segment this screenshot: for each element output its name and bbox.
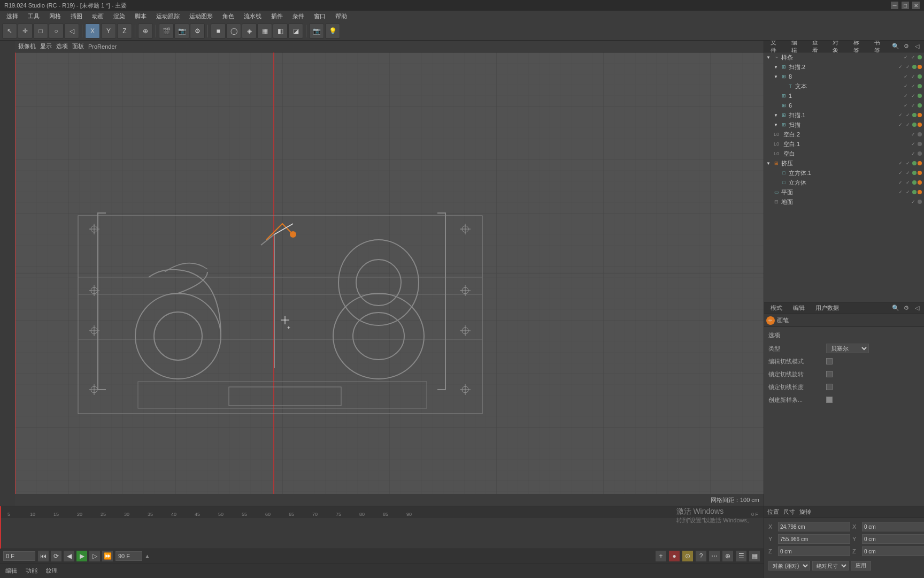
menu-mograph[interactable]: 运动图形 [185, 11, 217, 21]
obj-settings-icon[interactable]: ⚙ [902, 42, 911, 51]
menu-misc[interactable]: 杂件 [288, 11, 309, 21]
coord-sx-input[interactable] [862, 522, 924, 531]
attr-type-select[interactable]: 贝塞尔 线性 样条 [826, 344, 869, 353]
menu-tools[interactable]: 工具 [24, 11, 44, 21]
motion-settings-btn[interactable]: ⊕ [722, 550, 734, 562]
hidden-btn[interactable]: ◪ [288, 24, 303, 39]
coord-y-input[interactable] [778, 534, 850, 544]
step-back-btn[interactable]: ◀ [63, 550, 75, 562]
rotate-tool[interactable]: ○ [49, 24, 64, 39]
obj-cube[interactable]: □ 立方体 ✓ ✓ [764, 178, 924, 187]
y-axis-btn[interactable]: Y [101, 24, 116, 39]
play-btn[interactable]: ▶ [76, 550, 88, 562]
menu-plugins[interactable]: 插件 [267, 11, 287, 21]
flat-btn[interactable]: ◯ [226, 24, 241, 39]
main-viewport[interactable]: 摄像机 显示 选项 面板 ProRender [15, 41, 764, 506]
menu-motion-track[interactable]: 运动跟踪 [152, 11, 184, 21]
move-tool[interactable]: ✛ [18, 24, 33, 39]
help-btn[interactable]: ? [695, 550, 707, 562]
obj-null2[interactable]: L0 空白.2 ✓ [764, 130, 924, 139]
vp-panel[interactable]: 面板 [72, 42, 84, 50]
menu-animate[interactable]: 动画 [88, 11, 108, 21]
obj-extrude[interactable]: ▼ ⊞ 挤压 ✓ ✓ [764, 158, 924, 168]
scale-tool[interactable]: □ [33, 24, 48, 39]
attr-create-spline-checkbox[interactable] [826, 397, 833, 403]
menu-create[interactable]: 插图 [66, 11, 87, 21]
coords-tab-rot[interactable]: 旋转 [799, 508, 811, 516]
coord-size-select[interactable]: 绝对尺寸 相对尺寸 [812, 561, 849, 571]
render-view-btn[interactable]: 🎬 [159, 24, 174, 39]
attr-tab-edit[interactable]: 编辑 [789, 303, 809, 313]
vp-options[interactable]: 选项 [56, 42, 68, 50]
frame-prev-start-btn[interactable]: ⏮ [37, 550, 49, 562]
obj-sweep[interactable]: ▼ ⊞ 扫描 ✓ ✓ [764, 120, 924, 130]
obj-spline[interactable]: ▼ ~ 样条 ✓ ✓ [764, 52, 924, 62]
extra-btn[interactable]: ▦ [749, 550, 760, 562]
coords-tab-size[interactable]: 尺寸 [783, 508, 795, 516]
obj-sweep2[interactable]: ▼ ⊞ 扫描.2 ✓ ✓ [764, 62, 924, 72]
menu-character[interactable]: 角色 [218, 11, 238, 21]
attr-search-icon[interactable]: 🔍 [891, 303, 900, 313]
attr-tab-mode[interactable]: 模式 [766, 303, 787, 313]
render-settings-btn[interactable]: ⚙ [190, 24, 205, 39]
record-btn[interactable]: ⟳ [50, 550, 62, 562]
coord-sz-input[interactable] [862, 546, 924, 556]
menu-script[interactable]: 脚本 [130, 11, 151, 21]
attr-settings-icon[interactable]: ⚙ [902, 303, 911, 313]
render-active-btn[interactable]: 📷 [174, 24, 189, 39]
close-button[interactable]: ✕ [912, 2, 920, 9]
coord-mode-select[interactable]: 对象 (相对) 世界 [768, 561, 810, 571]
keyframe-record-btn[interactable]: ● [668, 550, 680, 562]
vp-prorender[interactable]: ProRender [88, 43, 117, 50]
obj-8[interactable]: ▼ ⊞ 8 ✓ ✓ [764, 72, 924, 81]
minimize-button[interactable]: ─ [891, 2, 898, 9]
obj-text[interactable]: T 文本 ✓ ✓ [764, 81, 924, 91]
vp-camera[interactable]: 摄像机 [18, 42, 36, 50]
menu-mesh[interactable]: 网格 [45, 11, 65, 21]
obj-search-icon[interactable]: 🔍 [891, 42, 900, 51]
maximize-button[interactable]: □ [902, 2, 909, 9]
layers-btn[interactable]: ☰ [735, 550, 747, 562]
obj-floor[interactable]: ⊟ 地面 ✓ [764, 197, 924, 207]
obj-sweep1[interactable]: ▼ ⊞ 扫描.1 ✓ ✓ [764, 110, 924, 120]
frame-input[interactable] [3, 551, 35, 561]
transform-tool[interactable]: ◁ [64, 24, 79, 39]
coord-sy-input[interactable] [862, 534, 924, 544]
play-fwd-btn[interactable]: ⏩ [102, 550, 113, 562]
bottom-tab-edit[interactable]: 编辑 [3, 566, 19, 576]
attr-lock-length-checkbox[interactable] [826, 384, 833, 390]
coord-system-btn[interactable]: ⊕ [138, 24, 153, 39]
motion-path-btn[interactable]: ⋯ [709, 550, 720, 562]
perspective-btn[interactable]: ■ [211, 24, 226, 39]
attr-lock-rotation-checkbox[interactable] [826, 371, 833, 377]
obj-6[interactable]: ⊞ 6 ✓ ✓ [764, 101, 924, 110]
bottom-tab-texture[interactable]: 纹理 [44, 566, 60, 576]
light-btn[interactable]: 💡 [325, 24, 340, 39]
select-tool[interactable]: ↖ [2, 24, 17, 39]
timeline-ruler[interactable]: 5 10 15 20 25 30 35 40 45 50 55 60 65 70… [0, 506, 764, 518]
coords-tab-pos[interactable]: 位置 [767, 508, 779, 516]
z-axis-btn[interactable]: Z [117, 24, 132, 39]
lines-btn[interactable]: ▦ [257, 24, 272, 39]
obj-1[interactable]: ⊞ 1 ✓ ✓ [764, 91, 924, 101]
obj-null[interactable]: L0 空白 ✓ [764, 149, 924, 158]
coord-z-input[interactable] [778, 546, 850, 556]
wire-btn[interactable]: ◈ [242, 24, 257, 39]
step-fwd-btn[interactable]: ▷ [89, 550, 101, 562]
obj-plane[interactable]: ▭ 平面 ✓ ✓ [764, 187, 924, 197]
shade-btn[interactable]: ◧ [273, 24, 288, 39]
bottom-tab-function[interactable]: 功能 [24, 566, 40, 576]
coord-apply-btn[interactable]: 应用 [851, 561, 871, 571]
viewport-canvas[interactable]: + [15, 52, 764, 494]
vp-display[interactable]: 显示 [40, 42, 52, 50]
attr-expand-icon[interactable]: ◁ [912, 303, 922, 313]
attr-edit-tangent-checkbox[interactable] [826, 358, 833, 364]
end-frame-input[interactable] [116, 551, 142, 561]
keyframe-auto-btn[interactable]: ⊙ [682, 550, 694, 562]
timeline-content[interactable] [0, 518, 764, 549]
obj-null1[interactable]: L0 空白.1 ✓ [764, 139, 924, 149]
x-axis-btn[interactable]: X [85, 24, 100, 39]
menu-render[interactable]: 渲染 [109, 11, 129, 21]
coord-x-input[interactable] [778, 522, 850, 531]
keyframe-add-btn[interactable]: + [655, 550, 667, 562]
